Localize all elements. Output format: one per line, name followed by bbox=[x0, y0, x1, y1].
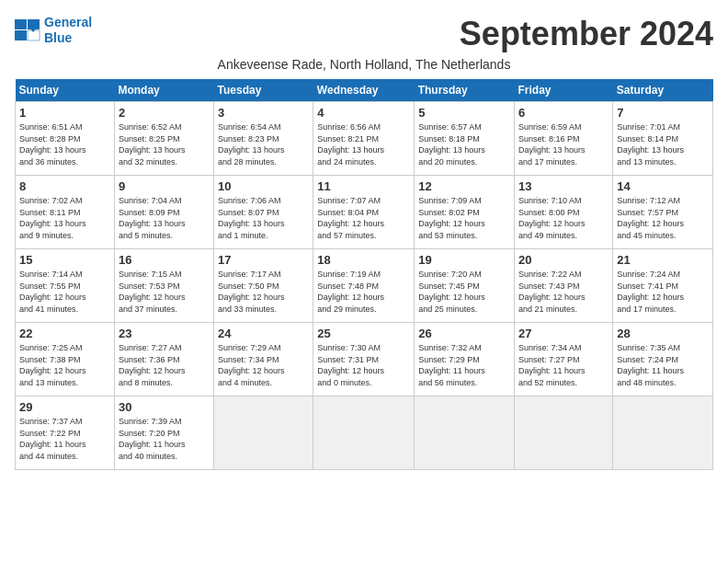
calendar-cell: 24Sunrise: 7:29 AMSunset: 7:34 PMDayligh… bbox=[214, 323, 313, 396]
calendar-cell: 25Sunrise: 7:30 AMSunset: 7:31 PMDayligh… bbox=[313, 323, 415, 396]
logo-icon bbox=[15, 19, 40, 41]
day-detail: Sunrise: 7:04 AMSunset: 8:09 PMDaylight:… bbox=[119, 195, 210, 241]
calendar-cell: 17Sunrise: 7:17 AMSunset: 7:50 PMDayligh… bbox=[214, 249, 313, 323]
day-number: 3 bbox=[218, 106, 309, 120]
col-header-thursday: Thursday bbox=[415, 79, 515, 102]
logo-name-line1: General bbox=[44, 15, 92, 29]
calendar-cell: 9Sunrise: 7:04 AMSunset: 8:09 PMDaylight… bbox=[114, 176, 213, 249]
svg-rect-0 bbox=[15, 19, 27, 29]
day-number: 27 bbox=[518, 327, 609, 340]
calendar-cell: 12Sunrise: 7:09 AMSunset: 8:02 PMDayligh… bbox=[415, 176, 515, 249]
day-detail: Sunrise: 7:35 AMSunset: 7:24 PMDaylight:… bbox=[617, 342, 709, 388]
day-number: 4 bbox=[317, 106, 410, 120]
day-detail: Sunrise: 7:01 AMSunset: 8:14 PMDaylight:… bbox=[617, 121, 709, 167]
day-number: 2 bbox=[119, 106, 210, 120]
day-detail: Sunrise: 7:39 AMSunset: 7:20 PMDaylight:… bbox=[119, 416, 210, 462]
day-number: 15 bbox=[19, 253, 110, 267]
col-header-tuesday: Tuesday bbox=[214, 79, 313, 102]
day-detail: Sunrise: 7:27 AMSunset: 7:36 PMDaylight:… bbox=[119, 342, 210, 388]
day-detail: Sunrise: 7:06 AMSunset: 8:07 PMDaylight:… bbox=[218, 195, 309, 241]
day-number: 17 bbox=[218, 253, 309, 267]
day-detail: Sunrise: 6:59 AMSunset: 8:16 PMDaylight:… bbox=[518, 121, 609, 167]
calendar-cell: 6Sunrise: 6:59 AMSunset: 8:16 PMDaylight… bbox=[515, 102, 613, 176]
calendar-cell: 3Sunrise: 6:54 AMSunset: 8:23 PMDaylight… bbox=[214, 102, 313, 176]
day-detail: Sunrise: 6:52 AMSunset: 8:25 PMDaylight:… bbox=[119, 121, 210, 167]
week-row-4: 22Sunrise: 7:25 AMSunset: 7:38 PMDayligh… bbox=[16, 323, 713, 396]
logo-name-line2: Blue bbox=[44, 30, 72, 45]
calendar-cell: 23Sunrise: 7:27 AMSunset: 7:36 PMDayligh… bbox=[114, 323, 213, 396]
day-number: 10 bbox=[218, 179, 309, 193]
calendar-cell: 29Sunrise: 7:37 AMSunset: 7:22 PMDayligh… bbox=[16, 396, 115, 470]
day-number: 19 bbox=[418, 253, 510, 267]
day-number: 24 bbox=[218, 327, 309, 340]
week-row-2: 8Sunrise: 7:02 AMSunset: 8:11 PMDaylight… bbox=[16, 176, 713, 249]
day-number: 11 bbox=[317, 179, 410, 193]
calendar-cell: 10Sunrise: 7:06 AMSunset: 8:07 PMDayligh… bbox=[214, 176, 313, 249]
day-number: 12 bbox=[418, 179, 510, 193]
calendar-cell bbox=[515, 396, 613, 470]
week-row-1: 1Sunrise: 6:51 AMSunset: 8:28 PMDaylight… bbox=[16, 102, 713, 176]
day-detail: Sunrise: 7:02 AMSunset: 8:11 PMDaylight:… bbox=[19, 195, 110, 241]
day-detail: Sunrise: 7:22 AMSunset: 7:43 PMDaylight:… bbox=[518, 269, 609, 315]
calendar-cell: 19Sunrise: 7:20 AMSunset: 7:45 PMDayligh… bbox=[415, 249, 515, 323]
col-header-wednesday: Wednesday bbox=[313, 79, 415, 102]
calendar-cell bbox=[214, 396, 313, 470]
day-number: 7 bbox=[617, 106, 709, 120]
calendar-cell: 21Sunrise: 7:24 AMSunset: 7:41 PMDayligh… bbox=[613, 249, 713, 323]
svg-rect-2 bbox=[15, 30, 27, 40]
day-number: 30 bbox=[119, 400, 210, 414]
calendar-cell: 1Sunrise: 6:51 AMSunset: 8:28 PMDaylight… bbox=[16, 102, 115, 176]
day-number: 22 bbox=[19, 327, 110, 340]
calendar-cell bbox=[415, 396, 515, 470]
col-header-saturday: Saturday bbox=[613, 79, 713, 102]
calendar-cell: 18Sunrise: 7:19 AMSunset: 7:48 PMDayligh… bbox=[313, 249, 415, 323]
day-number: 26 bbox=[418, 327, 510, 340]
day-number: 6 bbox=[518, 106, 609, 120]
calendar-cell: 26Sunrise: 7:32 AMSunset: 7:29 PMDayligh… bbox=[415, 323, 515, 396]
day-detail: Sunrise: 7:15 AMSunset: 7:53 PMDaylight:… bbox=[119, 269, 210, 315]
month-title: September 2024 bbox=[460, 15, 713, 53]
day-detail: Sunrise: 6:54 AMSunset: 8:23 PMDaylight:… bbox=[218, 121, 309, 167]
calendar-cell bbox=[313, 396, 415, 470]
day-detail: Sunrise: 7:17 AMSunset: 7:50 PMDaylight:… bbox=[218, 269, 309, 315]
day-number: 25 bbox=[317, 327, 410, 340]
calendar-cell: 8Sunrise: 7:02 AMSunset: 8:11 PMDaylight… bbox=[16, 176, 115, 249]
day-number: 20 bbox=[518, 253, 609, 267]
day-detail: Sunrise: 7:34 AMSunset: 7:27 PMDaylight:… bbox=[518, 342, 609, 388]
day-detail: Sunrise: 7:12 AMSunset: 7:57 PMDaylight:… bbox=[617, 195, 709, 241]
day-detail: Sunrise: 7:19 AMSunset: 7:48 PMDaylight:… bbox=[317, 269, 410, 315]
day-number: 16 bbox=[119, 253, 210, 267]
col-header-friday: Friday bbox=[515, 79, 613, 102]
day-number: 8 bbox=[19, 179, 110, 193]
day-number: 21 bbox=[617, 253, 709, 267]
day-number: 5 bbox=[418, 106, 510, 120]
day-detail: Sunrise: 7:37 AMSunset: 7:22 PMDaylight:… bbox=[19, 416, 110, 462]
calendar-cell: 5Sunrise: 6:57 AMSunset: 8:18 PMDaylight… bbox=[415, 102, 515, 176]
calendar-cell: 22Sunrise: 7:25 AMSunset: 7:38 PMDayligh… bbox=[16, 323, 115, 396]
week-row-3: 15Sunrise: 7:14 AMSunset: 7:55 PMDayligh… bbox=[16, 249, 713, 323]
day-detail: Sunrise: 7:30 AMSunset: 7:31 PMDaylight:… bbox=[317, 342, 410, 388]
day-number: 18 bbox=[317, 253, 410, 267]
calendar-cell: 11Sunrise: 7:07 AMSunset: 8:04 PMDayligh… bbox=[313, 176, 415, 249]
day-detail: Sunrise: 7:29 AMSunset: 7:34 PMDaylight:… bbox=[218, 342, 309, 388]
col-header-sunday: Sunday bbox=[16, 79, 115, 102]
day-number: 23 bbox=[119, 327, 210, 340]
day-detail: Sunrise: 7:25 AMSunset: 7:38 PMDaylight:… bbox=[19, 342, 110, 388]
calendar-cell: 15Sunrise: 7:14 AMSunset: 7:55 PMDayligh… bbox=[16, 249, 115, 323]
day-number: 1 bbox=[19, 106, 110, 120]
day-detail: Sunrise: 6:57 AMSunset: 8:18 PMDaylight:… bbox=[418, 121, 510, 167]
day-number: 14 bbox=[617, 179, 709, 193]
day-detail: Sunrise: 7:09 AMSunset: 8:02 PMDaylight:… bbox=[418, 195, 510, 241]
subtitle: Ankeveense Rade, North Holland, The Neth… bbox=[15, 57, 713, 72]
day-detail: Sunrise: 7:24 AMSunset: 7:41 PMDaylight:… bbox=[617, 269, 709, 315]
calendar-cell: 4Sunrise: 6:56 AMSunset: 8:21 PMDaylight… bbox=[313, 102, 415, 176]
calendar-cell: 30Sunrise: 7:39 AMSunset: 7:20 PMDayligh… bbox=[114, 396, 213, 470]
day-detail: Sunrise: 7:32 AMSunset: 7:29 PMDaylight:… bbox=[418, 342, 510, 388]
day-detail: Sunrise: 7:10 AMSunset: 8:00 PMDaylight:… bbox=[518, 195, 609, 241]
calendar-cell: 28Sunrise: 7:35 AMSunset: 7:24 PMDayligh… bbox=[613, 323, 713, 396]
calendar-cell: 14Sunrise: 7:12 AMSunset: 7:57 PMDayligh… bbox=[613, 176, 713, 249]
week-row-5: 29Sunrise: 7:37 AMSunset: 7:22 PMDayligh… bbox=[16, 396, 713, 470]
day-detail: Sunrise: 7:07 AMSunset: 8:04 PMDaylight:… bbox=[317, 195, 410, 241]
day-detail: Sunrise: 7:20 AMSunset: 7:45 PMDaylight:… bbox=[418, 269, 510, 315]
svg-rect-3 bbox=[28, 30, 40, 40]
